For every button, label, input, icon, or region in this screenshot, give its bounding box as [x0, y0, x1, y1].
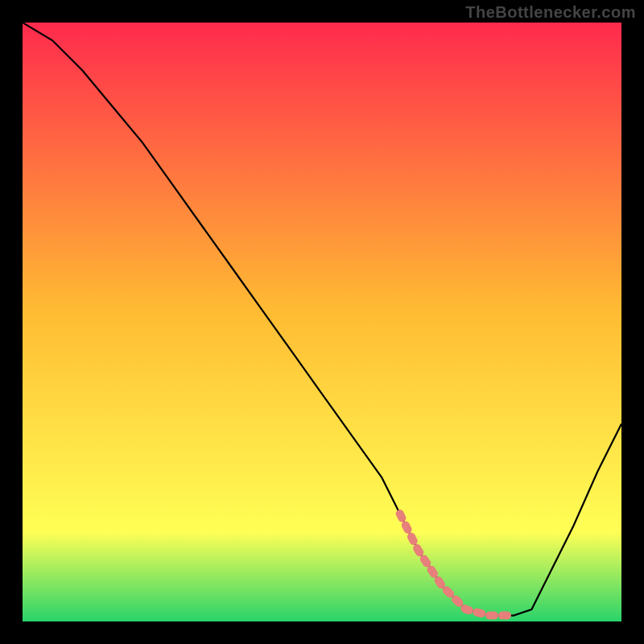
watermark-text: TheBottlenecker.com	[465, 3, 636, 22]
chart-frame: TheBottlenecker.com	[0, 0, 644, 644]
gradient-background	[23, 23, 621, 621]
plot-area	[23, 23, 621, 621]
chart-svg	[23, 23, 621, 621]
